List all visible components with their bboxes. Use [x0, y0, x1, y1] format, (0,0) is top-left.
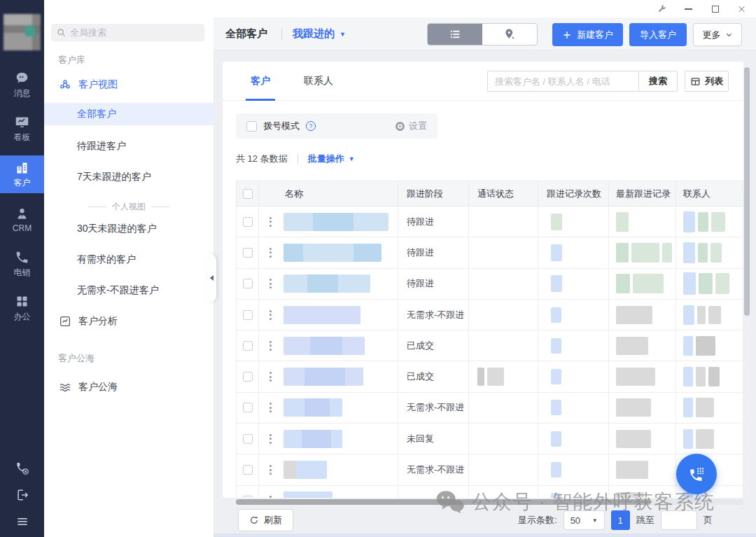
- sidebar-item-label: 看板: [14, 132, 31, 144]
- search-button[interactable]: 搜索: [638, 71, 678, 92]
- close-icon[interactable]: [737, 4, 746, 13]
- chart-icon: [59, 315, 71, 328]
- map-view-toggle[interactable]: [482, 24, 537, 45]
- nav-item-customer-view[interactable]: 客户视图: [44, 74, 214, 96]
- phone-icon: [15, 250, 29, 265]
- nav-item-label: 待跟进客户: [77, 140, 126, 153]
- sidebar-item-telesales[interactable]: 电销: [0, 246, 44, 281]
- customer-view-icon: [59, 78, 71, 91]
- row-checkbox[interactable]: [243, 279, 253, 288]
- row-menu-icon[interactable]: [270, 403, 272, 412]
- page-number-button[interactable]: 1: [611, 510, 630, 530]
- row-checkbox[interactable]: [243, 465, 253, 475]
- nav-item-all-customers[interactable]: 全部客户: [44, 103, 214, 125]
- table-row: 已成交: [236, 330, 743, 361]
- redacted-record-count: [551, 338, 561, 354]
- row-menu-icon[interactable]: [270, 248, 272, 258]
- global-search[interactable]: [51, 24, 204, 41]
- table-columns-icon: [690, 76, 701, 87]
- nav-item-customer-sea[interactable]: 客户公海: [44, 376, 214, 398]
- page-size-select[interactable]: 50▼: [564, 510, 605, 530]
- tabs-row: 客户 联系人 搜索 列表: [223, 62, 743, 101]
- sidebar-item-messages[interactable]: 消息: [0, 67, 44, 102]
- redacted-name: [284, 430, 342, 448]
- dial-mode-checkbox[interactable]: [246, 121, 257, 132]
- nav-item-has-demand[interactable]: 有需求的客户: [44, 249, 214, 271]
- tab-customers[interactable]: 客户: [251, 62, 270, 101]
- import-customer-button[interactable]: 导入客户: [629, 23, 687, 46]
- new-customer-button[interactable]: 新建客户: [552, 23, 623, 46]
- row-checkbox[interactable]: [243, 403, 253, 412]
- toolbar: 全部客户 我跟进的▼ 新建客户 导入客户 更多: [214, 18, 756, 50]
- more-button[interactable]: 更多: [693, 23, 742, 46]
- row-menu-icon[interactable]: [270, 372, 272, 382]
- caret-down-icon: ▼: [592, 517, 598, 524]
- row-checkbox[interactable]: [243, 217, 253, 227]
- batch-actions-dropdown[interactable]: 批量操作▼: [308, 153, 355, 165]
- redacted-contacts: [683, 305, 721, 325]
- sidebar-collapse-handle[interactable]: [207, 253, 216, 302]
- sidebar-item-label: 消息: [14, 88, 31, 99]
- page-title: 全部客户: [225, 27, 267, 41]
- row-checkbox[interactable]: [243, 248, 253, 258]
- sidebar-item-label: 客户: [14, 177, 31, 189]
- gear-icon: [396, 122, 405, 131]
- row-menu-icon[interactable]: [270, 310, 272, 320]
- sidebar-item-customers[interactable]: 客户: [0, 155, 44, 193]
- customer-table: 名称 跟进阶段 通话状态 跟进记录次数 最新跟进记录 联系人 待跟进 待跟进 待…: [236, 181, 743, 498]
- row-menu-icon[interactable]: [270, 217, 272, 227]
- redacted-latest-record: [616, 274, 664, 293]
- nav-item-pending-followup[interactable]: 待跟进客户: [44, 135, 214, 158]
- horizontal-scrollbar-thumb[interactable]: [236, 499, 651, 505]
- row-menu-icon[interactable]: [270, 496, 272, 498]
- nav-item-7day-no-followup[interactable]: 7天未跟进的客户: [44, 166, 214, 188]
- nav-item-30day-no-followup[interactable]: 30天未跟进的客户: [44, 218, 214, 240]
- sidebar-item-office[interactable]: 办公: [0, 291, 44, 326]
- app-logo: [4, 14, 41, 50]
- redacted-call-status: [477, 368, 504, 386]
- list-view-toggle[interactable]: [428, 24, 482, 45]
- stage-value: 待跟进: [407, 216, 434, 228]
- jump-page-input[interactable]: [661, 510, 697, 530]
- nav-item-no-demand[interactable]: 无需求-不跟进客户: [44, 279, 214, 302]
- floating-dialer-button[interactable]: [676, 454, 717, 494]
- redacted-record-count: [551, 493, 561, 498]
- dial-settings-button[interactable]: 设置: [396, 120, 427, 132]
- maximize-icon[interactable]: [710, 4, 720, 13]
- global-search-input[interactable]: [70, 27, 199, 38]
- horizontal-scrollbar: [236, 499, 743, 505]
- row-menu-icon[interactable]: [270, 434, 272, 444]
- nav-item-label: 30天未跟进的客户: [77, 223, 157, 235]
- row-checkbox[interactable]: [243, 434, 253, 444]
- row-menu-icon[interactable]: [270, 279, 272, 288]
- nav-item-customer-analysis[interactable]: 客户分析: [44, 310, 214, 333]
- sidebar-item-crm[interactable]: CRM: [0, 202, 44, 237]
- menu-icon[interactable]: [15, 515, 29, 529]
- row-checkbox[interactable]: [243, 341, 253, 351]
- minimize-icon[interactable]: [684, 4, 693, 13]
- select-all-checkbox[interactable]: [243, 189, 253, 199]
- customer-search-input[interactable]: [487, 71, 638, 92]
- map-pin-icon: [503, 28, 516, 41]
- titlebar: [44, 0, 756, 18]
- help-icon[interactable]: ?: [306, 121, 316, 131]
- row-checkbox[interactable]: [243, 496, 253, 498]
- tab-contacts[interactable]: 联系人: [304, 62, 333, 101]
- refresh-button[interactable]: 刷新: [238, 509, 293, 531]
- vertical-scrollbar-thumb[interactable]: [744, 67, 750, 316]
- row-menu-icon[interactable]: [270, 465, 272, 475]
- row-checkbox[interactable]: [243, 372, 253, 382]
- chevron-down-icon: [725, 31, 733, 39]
- phone-disabled-icon[interactable]: [15, 461, 29, 475]
- followed-filter-dropdown[interactable]: 我跟进的▼: [293, 27, 346, 41]
- redacted-latest-record: [616, 212, 629, 232]
- sidebar-item-dashboard[interactable]: 看板: [0, 111, 44, 146]
- logout-icon[interactable]: [15, 488, 29, 502]
- row-checkbox[interactable]: [243, 310, 253, 320]
- nav-item-label: 全部客户: [77, 108, 116, 120]
- row-menu-icon[interactable]: [270, 341, 272, 351]
- waves-icon: [59, 381, 71, 393]
- column-list-button[interactable]: 列表: [685, 71, 729, 92]
- customer-panel: 客户 联系人 搜索 列表 拨号模式 ? 设置 共 12 条数据 批量操作▼ 名称…: [223, 62, 743, 498]
- wrench-icon[interactable]: [657, 4, 666, 13]
